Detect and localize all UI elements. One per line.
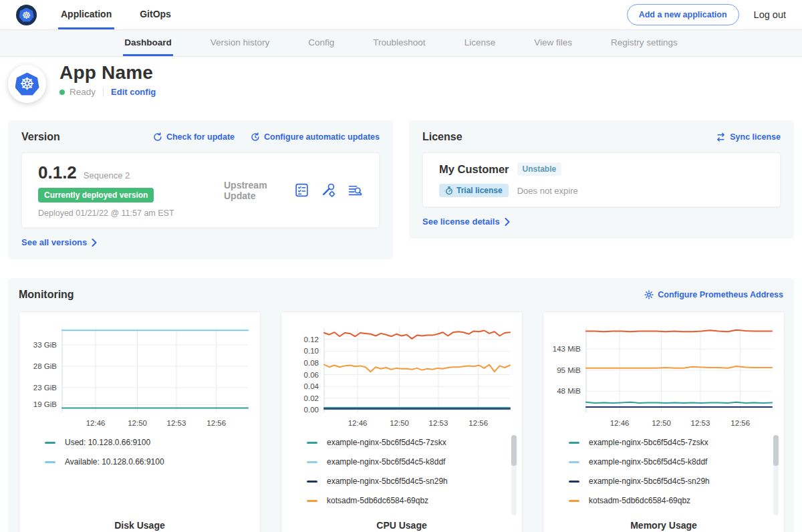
- divider: [103, 87, 104, 97]
- legend-label: Available: 10.128.0.66:9100: [65, 457, 164, 467]
- legend-label: kotsadm-5db6dc6584-69qbz: [327, 496, 428, 505]
- trial-license-badge: Trial license: [439, 184, 509, 197]
- chart-plot: 12:4612:5012:5312:5633 GiB28 GiB23 GiB19…: [25, 320, 255, 432]
- legend-item: example-nginx-5bc6f5d4c5-sn29h: [569, 477, 779, 486]
- legend-item: Available: 10.128.0.66:9100: [45, 457, 255, 467]
- version-source: Upstream Update: [211, 180, 294, 201]
- svg-text:12:50: 12:50: [652, 419, 671, 427]
- topnav-tabs: ApplicationGitOps: [58, 0, 174, 29]
- legend-item: Used: 10.128.0.66:9100: [45, 438, 255, 447]
- legend-swatch: [307, 481, 317, 483]
- legend-label: example-nginx-5bc6f5d4c5-7zskx: [589, 438, 708, 447]
- gear-icon: [644, 290, 654, 299]
- svg-text:95 MiB: 95 MiB: [557, 366, 581, 374]
- svg-text:12:53: 12:53: [691, 419, 710, 427]
- see-all-versions-link[interactable]: See all versions: [21, 237, 380, 247]
- legend-item: example-nginx-5bc6f5d4c5-7zskx: [307, 438, 517, 447]
- app-header: ☸ App Name Ready Edit config: [0, 57, 802, 115]
- topnav-tab-gitops[interactable]: GitOps: [137, 0, 174, 29]
- refresh-icon: [153, 132, 162, 142]
- legend-label: kotsadm-5db6dc6584-69qbz: [589, 496, 690, 505]
- chart-title: Disk Usage: [19, 520, 260, 531]
- legend-swatch: [307, 500, 317, 502]
- edit-config-link[interactable]: Edit config: [111, 87, 156, 97]
- view-logs-icon[interactable]: [348, 182, 363, 198]
- subnav-tab-version-history[interactable]: Version history: [209, 30, 271, 56]
- sync-license-link[interactable]: Sync license: [716, 132, 781, 142]
- svg-text:12:46: 12:46: [348, 419, 368, 427]
- svg-text:0.06: 0.06: [304, 371, 319, 379]
- topnav-tab-application[interactable]: Application: [58, 0, 114, 29]
- legend-swatch: [569, 500, 579, 502]
- page-title: App Name: [59, 62, 156, 84]
- version-card: Version Check for update Configure autom…: [8, 120, 393, 259]
- subnav-tab-registry-settings[interactable]: Registry settings: [610, 30, 679, 56]
- svg-text:33 GiB: 33 GiB: [33, 341, 57, 349]
- legend-label: Used: 10.128.0.66:9100: [65, 438, 150, 447]
- channel-badge: Unstable: [517, 162, 562, 176]
- svg-text:0.04: 0.04: [304, 382, 319, 390]
- legend-label: example-nginx-5bc6f5d4c5-k8ddf: [327, 457, 445, 467]
- subnav-tab-config[interactable]: Config: [307, 30, 336, 56]
- svg-text:19 GiB: 19 GiB: [33, 400, 57, 408]
- customer-name: My Customer: [439, 163, 509, 176]
- svg-text:12:56: 12:56: [469, 419, 488, 427]
- chart-plot: 12:4612:5012:5312:56143 MiB95 MiB48 MiB: [549, 320, 779, 432]
- chevron-right-icon: [505, 218, 510, 226]
- configure-automatic-updates-link[interactable]: Configure automatic updates: [251, 132, 380, 142]
- deployed-timestamp: Deployed 01/21/22 @ 11:57 am EST: [38, 209, 211, 218]
- svg-text:12:56: 12:56: [207, 419, 226, 427]
- check-for-update-link[interactable]: Check for update: [153, 132, 235, 142]
- release-notes-icon[interactable]: [294, 182, 309, 198]
- subnav-tab-license[interactable]: License: [463, 30, 497, 56]
- legend-swatch: [569, 442, 579, 444]
- legend-swatch: [307, 442, 317, 444]
- svg-text:23 GiB: 23 GiB: [33, 384, 57, 392]
- subnav-tab-troubleshoot[interactable]: Troubleshoot: [372, 30, 426, 56]
- version-card-title: Version: [21, 131, 60, 143]
- svg-text:0.00: 0.00: [304, 406, 319, 414]
- svg-text:12:50: 12:50: [390, 419, 409, 427]
- svg-text:28 GiB: 28 GiB: [33, 362, 57, 370]
- charts-row: 12:4612:5012:5312:5633 GiB28 GiB23 GiB19…: [19, 311, 783, 532]
- svg-text:48 MiB: 48 MiB: [557, 387, 581, 395]
- sync-arrows-icon: [716, 132, 726, 142]
- legend-scrollbar-thumb[interactable]: [511, 435, 517, 466]
- memory-usage-chart-card: 12:4612:5012:5312:56143 MiB95 MiB48 MiB …: [543, 311, 785, 532]
- ship-wheel-icon: ☸: [22, 10, 31, 20]
- subnav-tab-view-files[interactable]: View files: [533, 30, 573, 56]
- legend-item: example-nginx-5bc6f5d4c5-7zskx: [569, 438, 779, 447]
- legend-scrollbar-thumb[interactable]: [773, 435, 779, 466]
- config-wrench-icon[interactable]: [321, 182, 336, 198]
- add-new-application-button[interactable]: Add a new application: [627, 4, 739, 25]
- legend-scrollbar[interactable]: [773, 435, 779, 515]
- chart-plot: 12:4612:5012:5312:560.120.100.080.060.04…: [287, 320, 517, 432]
- legend-swatch: [45, 461, 55, 463]
- version-number: 0.1.2: [38, 162, 77, 183]
- license-details-row: My Customer Unstable Trial license Does …: [422, 152, 781, 207]
- chart-legend: example-nginx-5bc6f5d4c5-7zskxexample-ng…: [569, 438, 779, 505]
- subnav-tab-dashboard[interactable]: Dashboard: [123, 30, 173, 56]
- logout-link[interactable]: Log out: [754, 9, 786, 20]
- app-logo: ☸: [8, 65, 46, 103]
- license-expiry: Does not expire: [517, 186, 578, 196]
- legend-item: kotsadm-5db6dc6584-69qbz: [307, 496, 517, 505]
- stopwatch-icon: [445, 186, 453, 195]
- legend-scrollbar[interactable]: [511, 435, 517, 515]
- legend-item: example-nginx-5bc6f5d4c5-k8ddf: [569, 457, 779, 467]
- chart-legend: example-nginx-5bc6f5d4c5-7zskxexample-ng…: [307, 438, 517, 505]
- chart-legend: Used: 10.128.0.66:9100Available: 10.128.…: [45, 438, 255, 467]
- configure-prometheus-link[interactable]: Configure Prometheus Address: [644, 290, 783, 299]
- ship-wheel-icon: ☸: [19, 76, 34, 92]
- svg-text:0.08: 0.08: [304, 359, 319, 367]
- legend-item: example-nginx-5bc6f5d4c5-sn29h: [307, 477, 517, 486]
- legend-swatch: [45, 442, 55, 444]
- svg-text:12:46: 12:46: [86, 419, 106, 427]
- see-license-details-link[interactable]: See license details: [422, 217, 781, 227]
- status-badge: Ready: [70, 87, 96, 97]
- license-card: License Sync license My Customer Unstabl…: [409, 120, 794, 239]
- version-sequence: Sequence 2: [84, 170, 130, 180]
- chart-title: CPU Usage: [281, 520, 522, 531]
- topnav-right: Add a new application Log out: [627, 0, 786, 29]
- kubernetes-logo[interactable]: ☸: [16, 5, 37, 25]
